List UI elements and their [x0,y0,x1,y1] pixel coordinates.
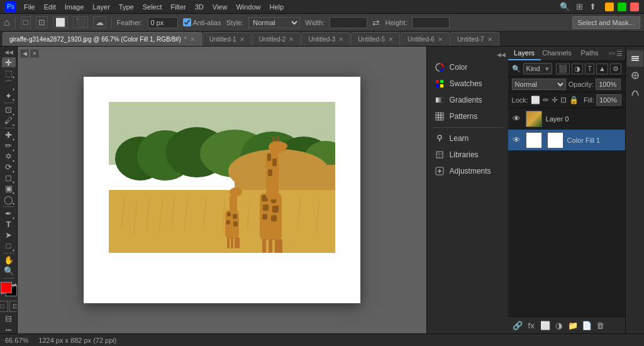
screen-mode-icon[interactable]: ⊟ [2,314,16,324]
menu-image[interactable]: Image [61,2,88,12]
expand-panel-icon[interactable]: >> [608,50,615,57]
cloud-icon[interactable]: ☁ [93,16,106,28]
tool-brush[interactable]: ✏▾ [2,141,16,151]
patterns-panel-item[interactable]: Patterns [427,108,508,125]
layer-item-colorfill1[interactable]: 👁 Color Fill 1 [508,130,625,151]
tab-untitled3[interactable]: Untitled-3 ✕ [301,32,350,46]
layer-mask-button[interactable]: ⬜ [540,320,551,331]
tool-magic-wand[interactable]: ✦▾ [2,91,16,101]
tool-eraser[interactable]: ◻▾ [2,173,16,183]
lock-position-icon[interactable]: ✛ [552,96,558,104]
blend-mode-select[interactable]: Normal Multiply Screen Overlay [512,79,566,90]
tool-path-select[interactable]: ➤ [2,230,16,240]
group-layers-button[interactable]: 📁 [567,320,579,331]
tool-dodge[interactable]: ◯▾ [2,194,16,204]
feather-input[interactable] [148,17,178,28]
collapse-icon[interactable]: ◀◀ [4,49,13,55]
tab-untitled3-close[interactable]: ✕ [338,36,343,43]
tool-hand[interactable]: ✋ [2,255,16,265]
tab-channels[interactable]: Channels [541,47,574,60]
filter-dropdown-icon[interactable]: ▾ [545,65,549,73]
tab-untitled1[interactable]: Untitled-1 ✕ [203,32,252,46]
tab-untitled5[interactable]: Untitled-5 ✕ [351,32,400,46]
home-icon[interactable]: ⌂ [4,17,10,28]
tab-untitled5-close[interactable]: ✕ [388,36,393,43]
tab-untitled1-close[interactable]: ✕ [240,36,245,43]
gradients-panel-item[interactable]: Gradients [427,92,508,108]
libraries-panel-item[interactable]: Libraries [427,147,508,163]
link-layers-button[interactable]: 🔗 [512,320,523,331]
quick-mask-icon[interactable]: ⊡ [9,301,18,312]
new-layer-button[interactable]: 📄 [581,320,592,331]
tool-eyedropper[interactable]: 🖊▾ [2,116,16,126]
ft-channels-button[interactable] [627,67,643,84]
menu-type[interactable]: Type [115,2,138,12]
canvas-close-icon[interactable]: ✕ [30,49,39,58]
tab-layers[interactable]: Layers [508,47,541,60]
tool-rectangle[interactable]: □▾ [2,241,16,251]
tab-untitled7[interactable]: Untitled-7 ✕ [450,32,499,46]
swatches-panel-item[interactable]: Swatches [427,75,508,92]
select-mask-button[interactable]: Select and Mask... [572,16,641,29]
filter-shape-icon[interactable]: ▲ [596,64,608,74]
tool-lasso[interactable]: ⌒▾ [2,79,16,90]
swap-dimensions-icon[interactable]: ⇄ [372,18,380,28]
menu-file[interactable]: File [20,2,39,12]
minimize-button[interactable] [605,3,614,11]
antialias-checkbox[interactable] [183,18,191,26]
menu-view[interactable]: View [209,2,231,12]
tool-history-brush[interactable]: ⟳▾ [2,162,16,172]
open-icon[interactable]: ⊡ [36,16,48,28]
maximize-button[interactable] [618,3,626,11]
filter-adjustment-icon[interactable]: ◑ [572,64,583,74]
opacity-input[interactable] [596,79,621,90]
color-panel-item[interactable]: Color [427,59,508,75]
tool-healing[interactable]: ✚▾ [2,130,16,140]
save-icon[interactable]: ⬜ [53,16,68,28]
tab-untitled6[interactable]: Untitled-6 ✕ [401,32,450,46]
width-input[interactable] [330,17,367,28]
lock-transparency-icon[interactable]: ⬜ [531,96,540,104]
tab-untitled2[interactable]: Untitled-2 ✕ [252,32,301,46]
layer-item-layer0[interactable]: 👁 Layer 0 [508,108,625,130]
adjustment-layer-button[interactable]: ◑ [553,320,565,331]
panel-menu-icon[interactable]: ☰ [616,50,623,58]
tool-zoom[interactable]: 🔍 [2,266,16,276]
swap-colors-icon[interactable]: ⇄ [12,282,17,288]
panel-collapse-icon[interactable]: ◀◀ [497,52,506,58]
ft-paths-button[interactable] [627,84,643,101]
close-button[interactable] [630,3,639,11]
menu-3d[interactable]: 3D [191,2,208,12]
filter-smart-icon[interactable]: ⚙ [610,64,621,74]
tool-marquee[interactable]: ⬚▾ [2,68,16,78]
tab-main-close[interactable]: ✕ [190,36,195,43]
lock-pixels-icon[interactable]: ✏ [543,96,549,104]
fill-input[interactable] [596,94,621,106]
colorfill1-visibility-toggle[interactable]: 👁 [512,135,522,145]
tab-untitled6-close[interactable]: ✕ [438,36,443,43]
tab-main-file[interactable]: giraffe-g314ea2872_1920.jpg @ 66.7% (Col… [3,32,202,46]
style-select[interactable]: Normal Fixed Ratio Fixed Size [248,17,300,28]
share-icon[interactable]: ⬆ [589,2,596,11]
tab-untitled2-close[interactable]: ✕ [289,36,294,43]
tab-untitled7-close[interactable]: ✕ [487,36,492,43]
search-icon[interactable]: 🔍 [560,2,570,11]
menu-window[interactable]: Window [232,2,264,12]
menu-help[interactable]: Help [266,2,288,12]
workspace-icon[interactable]: ⊞ [576,2,583,11]
menu-filter[interactable]: Filter [167,2,189,12]
filter-type-icon[interactable]: T [585,64,594,74]
standard-mode-icon[interactable]: □ [0,301,8,312]
height-input[interactable] [412,17,450,28]
layer0-visibility-toggle[interactable]: 👁 [512,114,522,124]
lock-all-icon[interactable]: 🔒 [569,96,579,104]
color-swatches[interactable]: ⇄ ↩ [1,282,17,296]
adjustments-panel-item[interactable]: Adjustments [427,163,508,179]
delete-layer-button[interactable]: 🗑 [595,320,606,331]
menu-select[interactable]: Select [139,2,166,12]
reset-colors-icon[interactable]: ↩ [1,291,5,296]
tab-paths[interactable]: Paths [574,47,606,60]
menu-edit[interactable]: Edit [40,2,60,12]
canvas-collapse-icon[interactable]: ◀ [20,49,29,58]
learn-panel-item[interactable]: Learn [427,130,508,147]
